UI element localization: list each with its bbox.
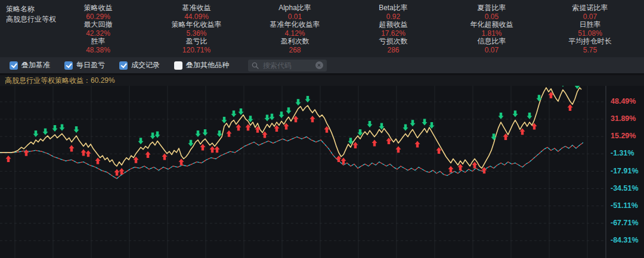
benchmark-line-alt <box>0 137 583 179</box>
clear-icon[interactable] <box>315 61 323 69</box>
y-axis-label: 48.49% <box>611 97 636 105</box>
stat-label: Alpha比率 <box>246 4 344 12</box>
buy-arrow-icon <box>568 104 573 111</box>
stat-value: 48.38% <box>49 46 147 54</box>
stat-cell: 盈利次数268 <box>246 38 344 54</box>
stat-label: 亏损次数 <box>344 38 442 45</box>
stat-column: 索提诺比率0.07日胜率51.08%平均持仓时长5.75 <box>541 0 639 58</box>
sell-arrow-icon <box>150 132 156 139</box>
y-axis-label: 31.89% <box>611 114 636 123</box>
stat-label: 胜率 <box>49 38 147 45</box>
stat-label: 基准年化收益率 <box>246 21 344 29</box>
stat-cell: 亏损次数286 <box>344 38 442 54</box>
buy-arrow-icon <box>6 156 11 162</box>
stat-label: Beta比率 <box>344 4 442 12</box>
stat-value: 17.62% <box>344 29 442 38</box>
sell-arrow-icon <box>513 111 518 117</box>
sell-arrow-icon <box>279 111 284 118</box>
stat-value: 268 <box>246 46 344 54</box>
stat-cell: 最大回撤42.32% <box>49 21 147 38</box>
buy-arrow-icon <box>114 169 120 176</box>
buy-arrow-icon <box>215 146 220 153</box>
checked-checkbox-icon[interactable] <box>10 61 18 70</box>
sell-arrow-icon <box>203 129 208 136</box>
stat-value: 51.08% <box>541 29 639 38</box>
y-axis-label: 15.29% <box>611 132 636 140</box>
trade-records-checkbox[interactable]: 成交记录 <box>119 60 160 70</box>
buy-arrow-icon <box>200 144 206 151</box>
search-icon <box>252 62 259 69</box>
sell-arrow-icon <box>265 115 270 122</box>
sell-arrow-icon <box>33 130 39 137</box>
sell-arrow-icon <box>188 140 194 147</box>
stat-value: 5.36% <box>147 29 246 38</box>
stat-label: 盈利次数 <box>246 38 344 45</box>
stat-label: 策略年化收益率 <box>147 21 246 29</box>
stat-cell: 超额收益17.62% <box>344 21 442 38</box>
stat-cell: 日胜率51.08% <box>541 21 639 38</box>
search-input[interactable] <box>262 61 315 70</box>
sell-arrow-icon <box>286 107 292 114</box>
y-axis-label: -67.71% <box>611 219 639 227</box>
stat-value: 0.92 <box>344 13 442 21</box>
stat-column: 策略收益60.29%最大回撤42.32%胜率48.38% <box>49 0 147 58</box>
stat-label: 平均持仓时长 <box>541 38 639 45</box>
y-axis-label: -51.11% <box>611 201 638 210</box>
overlay-benchmark-checkbox[interactable]: 叠加基准 <box>10 60 50 70</box>
sell-arrow-icon <box>155 132 160 138</box>
buy-arrow-icon <box>210 146 215 153</box>
stat-column: 夏普比率0.05年化超额收益1.81%信息比率0.07 <box>442 0 541 58</box>
stat-value: 5.75 <box>541 46 639 54</box>
sell-arrow-icon <box>296 99 301 105</box>
stat-cell: 信息比率0.07 <box>442 38 541 54</box>
sell-arrow-icon <box>239 108 244 115</box>
sell-arrow-icon <box>499 113 504 119</box>
stat-value: 4.12% <box>246 29 344 38</box>
stat-cell: 盈亏比120.71% <box>147 38 246 54</box>
stat-cell: 策略年化收益率5.36% <box>147 21 246 38</box>
sell-arrow-icon <box>410 120 416 126</box>
stat-value: 0.07 <box>541 13 639 21</box>
stat-value: 1.81% <box>442 29 541 38</box>
sell-arrow-icon <box>231 111 237 117</box>
sell-arrow-icon <box>222 117 227 123</box>
stat-column: Alpha比率0.01基准年化收益率4.12%盈利次数268 <box>246 0 344 58</box>
sell-arrow-icon <box>403 124 408 130</box>
checkmark-icon <box>11 62 17 68</box>
checked-checkbox-icon[interactable] <box>64 61 73 70</box>
overlay-other-instruments-checkbox[interactable]: 叠加其他品种 <box>174 60 229 70</box>
stat-label: 策略收益 <box>49 4 147 12</box>
chart-canvas[interactable]: 48.49%31.89%15.29%-1.31%-17.91%-34.51%-5… <box>0 86 644 258</box>
checkbox-label: 叠加基准 <box>21 60 50 70</box>
chart-toolbar: 叠加基准每日盈亏成交记录叠加其他品种 <box>0 57 644 74</box>
checkmark-icon <box>66 62 72 68</box>
daily-pnl-checkbox[interactable]: 每日盈亏 <box>64 60 105 70</box>
chart-title-bar: 高股息行业等权策略收益：60.29% <box>0 74 644 87</box>
checked-checkbox-icon[interactable] <box>119 61 128 70</box>
stat-cell: 年化超额收益1.81% <box>442 21 541 38</box>
y-axis-label: -1.31% <box>611 149 634 157</box>
buy-arrow-icon <box>415 141 420 147</box>
buy-arrow-icon <box>162 153 168 160</box>
stat-value: 0.01 <box>246 13 344 21</box>
sell-arrow-icon <box>138 138 144 144</box>
buy-arrow-icon <box>236 124 242 130</box>
stat-label: 信息比率 <box>442 38 541 45</box>
buy-arrow-icon <box>353 142 358 148</box>
buy-arrow-icon <box>145 151 151 158</box>
stat-cell: 基准年化收益率4.12% <box>246 21 344 38</box>
unchecked-checkbox-icon[interactable] <box>174 61 182 70</box>
stat-cell: 夏普比率0.05 <box>442 4 541 21</box>
checkbox-label: 每日盈亏 <box>76 60 105 70</box>
sell-arrow-icon <box>43 128 48 135</box>
stat-label: 年化超额收益 <box>442 21 541 29</box>
benchmark-line <box>0 137 583 179</box>
buy-arrow-icon <box>24 150 29 156</box>
stats-header: 策略名称 高股息行业等权 策略收益60.29%最大回撤42.32%胜率48.38… <box>0 0 644 57</box>
y-axis-label: -17.91% <box>611 167 639 175</box>
stat-cell: 基准收益44.09% <box>147 4 246 21</box>
buy-arrow-icon <box>95 158 101 164</box>
buy-arrow-icon <box>372 140 377 147</box>
stat-value: 60.29% <box>49 13 147 21</box>
search-box[interactable] <box>248 60 327 72</box>
